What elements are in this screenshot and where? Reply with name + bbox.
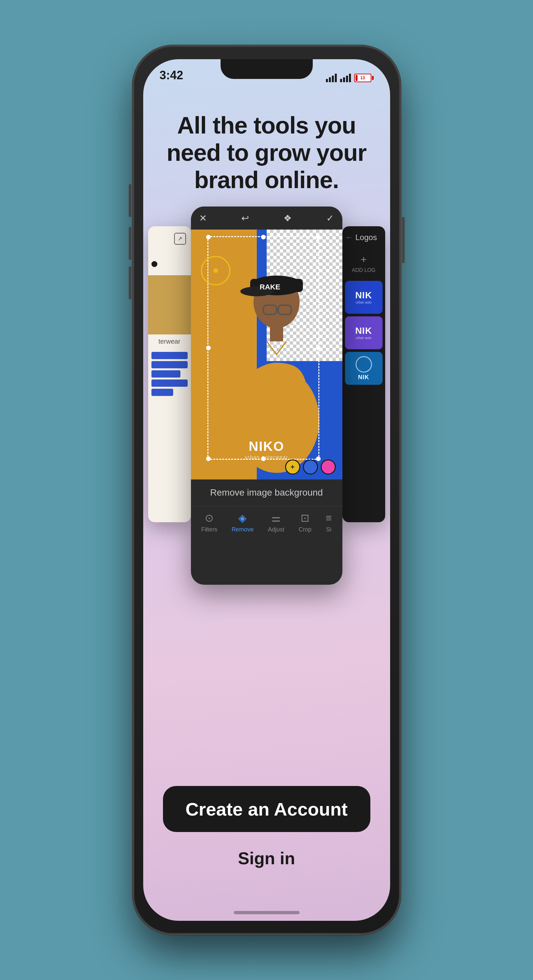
screen-content: All the tools you need to grow your bran…: [143, 86, 390, 921]
status-icons: 13: [326, 74, 373, 82]
signal-bars-1: [326, 74, 337, 82]
phone-frame: 3:42 13 All t: [133, 46, 400, 934]
remove-icon: ◈: [238, 512, 247, 524]
create-account-button[interactable]: Create an Account: [163, 786, 370, 832]
close-icon[interactable]: ✕: [199, 213, 207, 224]
tool-filters[interactable]: ⊙ Filters: [201, 512, 217, 533]
undo-icon[interactable]: ↩: [241, 213, 249, 224]
canvas-brand-text: NIKO urban outerwear: [245, 439, 289, 460]
sign-in-link[interactable]: Sign in: [238, 848, 295, 868]
filters-icon: ⊙: [205, 512, 214, 524]
home-indicator: [234, 911, 300, 914]
battery-icon: 13: [354, 74, 373, 82]
left-label: terwear: [148, 334, 191, 348]
adjust-icon: ⚌: [271, 512, 281, 524]
check-icon[interactable]: ✓: [326, 213, 334, 224]
center-phone-mockup: ✕ ↩ ❖ ✓: [191, 207, 342, 585]
color-picker-blue[interactable]: [303, 460, 318, 474]
center-phone-header: ✕ ↩ ❖ ✓: [191, 207, 342, 229]
logo-card-1: NIK urban auto: [345, 281, 383, 314]
more-label: Si: [326, 526, 332, 533]
right-side-card: ← Logos + ADD LOG NIK urban auto: [342, 226, 385, 522]
back-arrow-icon: ←: [346, 233, 353, 242]
share-icon: ↗: [174, 233, 186, 245]
left-blue-blocks: [148, 348, 191, 399]
color-picker-pink[interactable]: [321, 460, 336, 474]
tool-more[interactable]: ≡ Si: [326, 512, 332, 533]
color-picker-yellow[interactable]: [285, 460, 300, 474]
canvas-area: RAKE: [191, 229, 342, 479]
logo-card-2: NIK urban auto: [345, 317, 383, 349]
bottom-toolbar: ⊙ Filters ◈ Remove ⚌ Adjust ⊡: [191, 506, 342, 539]
crop-icon: ⊡: [300, 512, 310, 524]
signal-bars-2: [340, 74, 351, 82]
phone-screen: 3:42 13 All t: [143, 59, 390, 921]
tool-adjust[interactable]: ⚌ Adjust: [268, 512, 284, 533]
color-picker-row: [285, 460, 336, 474]
remove-background-label: Remove image background: [191, 479, 342, 506]
logo-card-3: NIK: [345, 352, 383, 385]
tool-crop[interactable]: ⊡ Crop: [298, 512, 311, 533]
left-side-card: ↗ terwear: [148, 226, 191, 522]
cta-section: Create an Account Sign in: [143, 786, 390, 868]
status-time: 3:42: [160, 68, 184, 82]
create-account-label: Create an Account: [185, 799, 348, 820]
circle-handle[interactable]: [201, 256, 230, 285]
tool-remove[interactable]: ◈ Remove: [231, 512, 254, 533]
layers-icon[interactable]: ❖: [284, 213, 292, 224]
remove-label: Remove: [231, 526, 254, 533]
hero-title: All the tools you need to grow your bran…: [163, 112, 370, 193]
more-icon: ≡: [326, 512, 332, 524]
adjust-label: Adjust: [268, 526, 284, 533]
crop-label: Crop: [298, 526, 311, 533]
logos-label: Logos: [356, 233, 377, 242]
filters-label: Filters: [201, 526, 217, 533]
add-logo-button[interactable]: + ADD LOG: [342, 249, 385, 278]
status-bar: 3:42 13: [143, 59, 390, 86]
hero-section: All the tools you need to grow your bran…: [143, 112, 390, 193]
phone-mockup-area: ↗ terwear: [152, 207, 382, 601]
